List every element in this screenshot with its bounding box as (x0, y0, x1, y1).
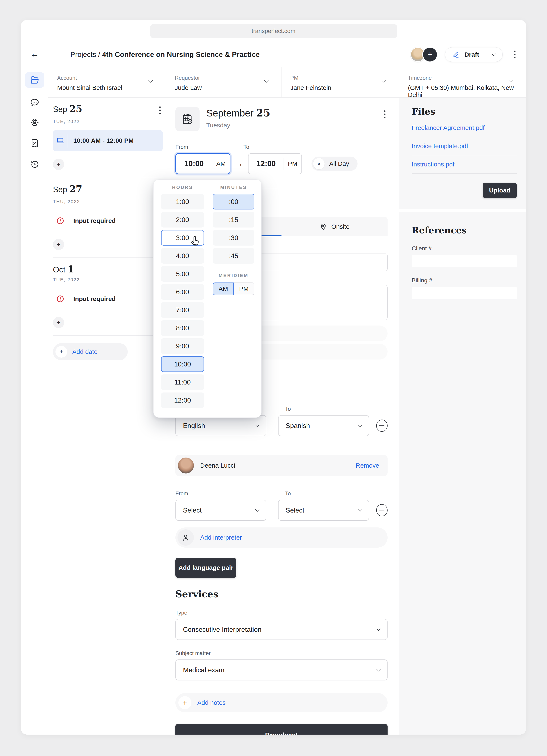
section-divider (399, 209, 526, 212)
timezone-select[interactable]: Timezone (GMT + 05:30) Mumbai, Kolkata, … (399, 67, 526, 97)
hour-option[interactable]: 6:00 (161, 284, 204, 300)
history-icon (30, 160, 39, 169)
hour-option[interactable]: 1:00 (161, 194, 204, 209)
rail-item-projects[interactable] (25, 72, 44, 88)
pencil-icon (452, 51, 460, 58)
add-session-button[interactable]: + (53, 239, 64, 250)
pm-select[interactable]: PM Jane Feinstein (282, 67, 399, 97)
references-heading: References (412, 225, 517, 235)
add-language-pair-button[interactable]: Add language pair (175, 558, 236, 578)
remove-pair-button[interactable] (376, 420, 388, 432)
hour-option[interactable]: 11:00 (161, 374, 204, 390)
date-group: Sep 25 TUE, 2022 10:00 AM - 12:00 PM + (53, 103, 163, 177)
add-interpreter-button[interactable]: Add interpreter (175, 527, 388, 548)
date-kebab-menu[interactable] (157, 104, 163, 116)
file-link[interactable]: Invoice template.pdf (412, 143, 468, 149)
language-from-label: From (175, 490, 285, 497)
type-label: Type (175, 610, 388, 616)
chevron-down-icon (377, 667, 381, 671)
hour-option[interactable]: 12:00 (161, 392, 204, 408)
day-kebab-menu[interactable] (382, 108, 388, 120)
add-date-button[interactable]: + Add date (53, 343, 128, 360)
client-number-label: Client # (412, 245, 517, 252)
add-session-button[interactable]: + (53, 317, 64, 328)
pm-value: Jane Feinstein (290, 84, 399, 91)
language-to-select[interactable]: Select (278, 500, 369, 521)
rail-item-people[interactable] (25, 115, 44, 131)
from-time-field[interactable]: 10:00 AM (175, 153, 230, 174)
language-to-select[interactable]: Spanish (278, 415, 369, 436)
rail-item-messages[interactable] (25, 95, 44, 110)
minute-option[interactable]: :30 (213, 230, 254, 246)
warning-text: Input required (73, 217, 116, 224)
broadcast-button[interactable]: Broadcast (175, 724, 388, 735)
chevron-down-icon (255, 423, 259, 427)
minute-option-selected[interactable]: :00 (213, 194, 254, 209)
meridiem-toggle: AM PM (213, 283, 254, 295)
back-button[interactable]: ← (30, 50, 39, 58)
person-icon (181, 533, 190, 542)
language-from-select[interactable]: Select (175, 500, 266, 521)
date-subheading: THU, 2022 (53, 199, 163, 204)
breadcrumb-prefix[interactable]: Projects / (70, 50, 102, 58)
url-bar[interactable]: transperfect.com (150, 24, 397, 38)
minute-option[interactable]: :15 (213, 212, 254, 228)
session-item-warning[interactable]: Input required (53, 288, 163, 309)
language-to-label: To (285, 490, 291, 497)
to-label: To (243, 144, 249, 150)
date-heading: Sep 27 (53, 184, 82, 194)
files-panel: Files Freelancer Agreement.pdf Invoice t… (399, 98, 526, 735)
remove-interpreter-link[interactable]: Remove (356, 462, 379, 469)
nav-rail: ← (21, 42, 48, 735)
session-item-warning[interactable]: Input required (53, 210, 163, 231)
day-weekday: Tuesday (206, 122, 270, 129)
all-day-toggle[interactable]: » All Day (312, 157, 358, 171)
minute-option[interactable]: :45 (213, 248, 254, 264)
divider (53, 177, 162, 177)
hour-option[interactable]: 9:00 (161, 338, 204, 354)
add-notes-button[interactable]: + Add notes (175, 693, 388, 712)
rail-item-history[interactable] (25, 157, 44, 172)
add-member-button[interactable]: + (422, 47, 438, 62)
hour-option[interactable]: 8:00 (161, 320, 204, 336)
hours-header: HOURS (161, 185, 204, 190)
add-session-button[interactable]: + (53, 159, 64, 170)
meridiem-am-selected[interactable]: AM (213, 283, 234, 295)
language-from-select[interactable]: English (175, 415, 266, 436)
status-dropdown[interactable]: Draft (445, 47, 503, 62)
billing-number-input[interactable] (412, 287, 517, 299)
requestor-value: Jude Law (175, 84, 281, 91)
date-subheading: TUE, 2022 (53, 277, 163, 283)
upload-button[interactable]: Upload (483, 183, 517, 198)
service-type-select[interactable]: Consecutive Interpretation (175, 619, 388, 640)
plus-icon: + (178, 696, 191, 709)
alert-icon (56, 295, 64, 303)
hour-option[interactable]: 4:00 (161, 248, 204, 264)
hour-option-selected[interactable]: 10:00 (161, 356, 204, 372)
subject-matter-select[interactable]: Medical exam (175, 659, 388, 680)
files-heading: Files (412, 106, 517, 117)
browser-bar: transperfect.com (21, 20, 526, 42)
requestor-select[interactable]: Requestor Jude Law (166, 67, 282, 97)
account-select[interactable]: Account Mount Sinai Beth Israel (48, 67, 166, 97)
client-number-input[interactable] (412, 255, 517, 267)
hour-option[interactable]: 5:00 (161, 266, 204, 282)
minutes-header: MINUTES (213, 185, 254, 190)
file-link[interactable]: Instructions.pdf (412, 161, 454, 168)
to-time-field[interactable]: 12:00 PM (248, 153, 302, 174)
session-item[interactable]: 10:00 AM - 12:00 PM (53, 130, 163, 151)
header-kebab-menu[interactable] (512, 48, 518, 60)
tab-onsite[interactable]: Onsite (282, 217, 388, 236)
remove-pair-button[interactable] (376, 504, 388, 516)
timezone-label: Timezone (408, 75, 526, 81)
rail-item-billing[interactable] (25, 136, 44, 151)
to-time-value: 12:00 (248, 159, 284, 168)
chevron-down-icon (358, 507, 362, 512)
calendar-icon-box (175, 107, 199, 131)
hour-option[interactable]: 7:00 (161, 302, 204, 318)
laptop-icon (56, 136, 64, 145)
meridiem-pm[interactable]: PM (234, 283, 254, 295)
hour-option[interactable]: 2:00 (161, 212, 204, 228)
file-link[interactable]: Freelancer Agreement.pdf (412, 124, 485, 131)
people-icon (30, 118, 39, 128)
